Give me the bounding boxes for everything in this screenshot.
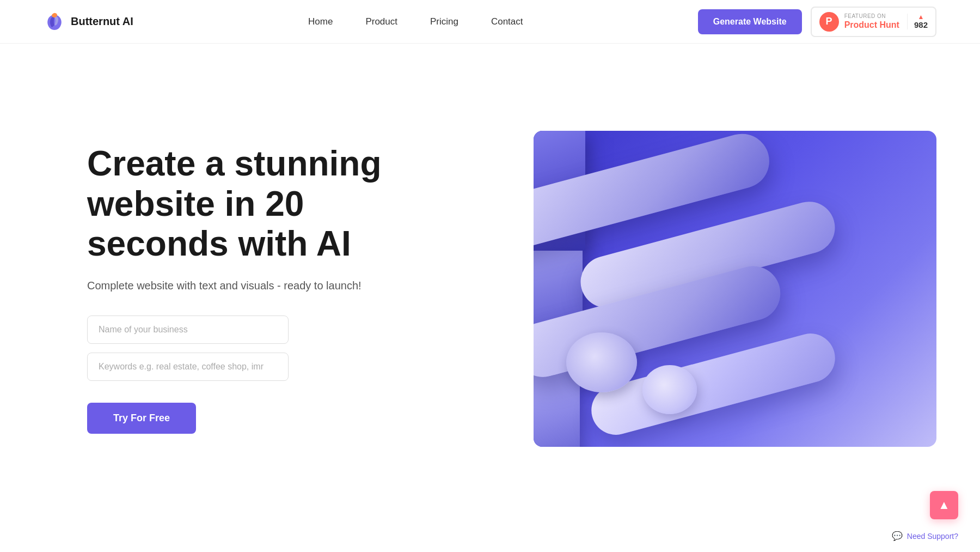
nav-link-contact[interactable]: Contact xyxy=(491,16,523,27)
nav-links: Home Product Pricing Contact xyxy=(308,16,523,27)
need-support-label: Need Support? xyxy=(907,532,958,541)
nav-item-contact[interactable]: Contact xyxy=(491,16,523,27)
business-name-input[interactable] xyxy=(87,316,289,344)
vote-count: 982 xyxy=(914,20,928,29)
need-support-widget[interactable]: 💬 Need Support? xyxy=(892,531,958,541)
butternut-logo-icon xyxy=(44,11,65,33)
nav-link-home[interactable]: Home xyxy=(308,16,333,27)
product-hunt-text-block: FEATURED ON Product Hunt xyxy=(844,13,899,30)
hero-form xyxy=(87,316,403,381)
featured-on-label: FEATURED ON xyxy=(844,13,899,20)
navbar: Butternut AI Home Product Pricing Contac… xyxy=(0,0,980,44)
blob-2 xyxy=(642,365,697,414)
nav-link-pricing[interactable]: Pricing xyxy=(430,16,458,27)
hero-3d-illustration xyxy=(534,131,936,447)
hero-visual xyxy=(534,131,936,447)
hero-subtitle: Complete website with text and visuals -… xyxy=(87,277,403,294)
nav-item-home[interactable]: Home xyxy=(308,16,333,27)
hero-content: Create a stunning website in 20 seconds … xyxy=(87,144,403,434)
generate-website-button[interactable]: Generate Website xyxy=(698,9,802,34)
try-for-free-button[interactable]: Try For Free xyxy=(87,403,196,434)
hero-section: Create a stunning website in 20 seconds … xyxy=(0,44,980,534)
logo[interactable]: Butternut AI xyxy=(44,11,133,33)
logo-text: Butternut AI xyxy=(71,15,133,28)
product-hunt-name: Product Hunt xyxy=(844,20,899,30)
nav-link-product[interactable]: Product xyxy=(365,16,397,27)
support-chat-icon: 💬 xyxy=(892,531,903,541)
chevron-up-icon: ▲ xyxy=(938,498,950,512)
scroll-to-top-button[interactable]: ▲ xyxy=(930,491,958,519)
nav-actions: Generate Website P FEATURED ON Product H… xyxy=(698,7,936,37)
product-hunt-votes: ▲ 982 xyxy=(907,14,928,29)
blob-1 xyxy=(566,332,637,392)
upvote-arrow-icon: ▲ xyxy=(918,14,924,20)
product-hunt-icon: P xyxy=(819,12,839,32)
product-hunt-badge[interactable]: P FEATURED ON Product Hunt ▲ 982 xyxy=(811,7,936,37)
keywords-input[interactable] xyxy=(87,353,289,381)
nav-item-pricing[interactable]: Pricing xyxy=(430,16,458,27)
hero-title: Create a stunning website in 20 seconds … xyxy=(87,144,403,264)
nav-item-product[interactable]: Product xyxy=(365,16,397,27)
